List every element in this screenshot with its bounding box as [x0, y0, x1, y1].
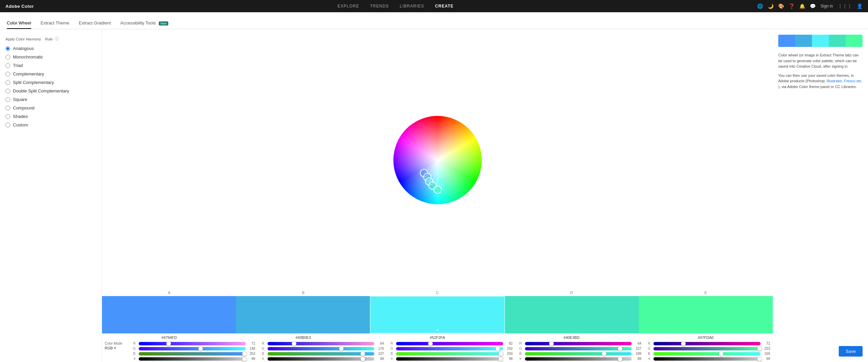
slider-value-4-R: 71 [763, 342, 770, 345]
slider-row-4-G: G253 [647, 347, 770, 350]
channel-label-2-B: B [389, 352, 394, 356]
slider-track-4-B[interactable] [653, 352, 761, 356]
channel-label-1-R: R [261, 342, 266, 345]
info-icon[interactable]: ⓘ [55, 36, 59, 42]
slider-track-3-R[interactable] [525, 342, 632, 345]
slider-col-3: R64G227B189☀89 [515, 342, 644, 362]
slider-value-0-B: 253 [248, 352, 255, 356]
slider-thumb-2-G [495, 346, 500, 351]
slider-track-3-G[interactable] [525, 347, 632, 350]
slider-track-2-G[interactable] [396, 347, 503, 350]
slider-track-1-R[interactable] [268, 342, 375, 345]
grid-icon[interactable]: ⋮⋮⋮ [838, 3, 852, 9]
color-mode-area: Color Mode RGB ▼ [102, 342, 129, 350]
swatch-label-b: B [236, 291, 371, 296]
slider-track-1-brightness[interactable] [268, 357, 375, 361]
conic-wheel[interactable] [393, 116, 482, 204]
slider-thumb-1-B [360, 351, 365, 356]
slider-track-0-R[interactable] [139, 342, 246, 345]
swatch-e[interactable] [639, 296, 773, 333]
hex-label-c[interactable]: #52F2FA [370, 333, 505, 342]
slider-track-4-brightness[interactable] [653, 357, 761, 361]
slider-track-0-brightness[interactable] [139, 357, 246, 361]
slider-track-2-R[interactable] [396, 342, 503, 345]
chevron-down-icon[interactable]: ▼ [114, 346, 117, 350]
slider-track-0-B[interactable] [139, 352, 246, 356]
harmony-analogous[interactable]: Analogous [5, 46, 96, 51]
tabs-bar: Color Wheel Extract Theme Extract Gradie… [0, 12, 868, 29]
color-wheel[interactable] [393, 116, 482, 204]
swatch-c[interactable] [370, 296, 505, 333]
harmony-complementary[interactable]: Complementary [5, 71, 96, 76]
tab-extract-theme[interactable]: Extract Theme [41, 20, 69, 29]
notification-icon[interactable]: 🔔 [799, 3, 805, 9]
harmony-shades[interactable]: Shades [5, 114, 96, 119]
slider-track-4-G[interactable] [653, 347, 761, 350]
slider-thumb-4-G [757, 346, 762, 351]
slider-value-4-B: 160 [763, 352, 770, 356]
slider-track-0-G[interactable] [139, 347, 246, 350]
nav-libraries[interactable]: LIBRARIES [400, 4, 424, 8]
hex-label-d[interactable]: #40E3BD [505, 333, 639, 342]
channel-label-4-R: R [647, 342, 651, 345]
channel-label-3-R: R [518, 342, 523, 345]
channel-label-3-G: G [518, 347, 523, 350]
slider-thumb-0-B [242, 351, 247, 356]
tab-color-wheel[interactable]: Color Wheel [7, 20, 31, 29]
nav-trends[interactable]: TRENDS [370, 4, 389, 8]
slider-track-4-R[interactable] [653, 342, 761, 345]
swatch-label-c: C [370, 291, 505, 296]
channel-label-0-G: G [132, 347, 137, 350]
right-panel: Color wheel (or image in Extract Theme t… [773, 29, 868, 362]
palette-preview-swatch-3 [812, 35, 829, 47]
moon-icon[interactable]: 🌙 [768, 3, 773, 9]
slider-value-3-R: 64 [634, 342, 641, 345]
harmony-custom[interactable]: Custom [5, 122, 96, 127]
nav-explore[interactable]: EXPLORE [338, 4, 359, 8]
slider-track-3-B[interactable] [525, 352, 632, 356]
slider-row-0-B: B253 [132, 352, 255, 356]
slider-track-2-B[interactable] [396, 352, 503, 356]
harmony-monochromatic[interactable]: Monochromatic [5, 54, 96, 59]
slider-track-2-brightness[interactable] [396, 357, 503, 361]
channel-label-1-B: B [261, 352, 266, 356]
slider-value-2-R: 82 [505, 342, 513, 345]
swatch-d[interactable] [505, 296, 639, 333]
help-icon[interactable]: ❓ [789, 3, 795, 9]
nav-links: EXPLORE TRENDS LIBRARIES CREATE [338, 4, 454, 8]
swatch-b[interactable] [236, 296, 370, 333]
slider-col-4: R71G253B160☀99 [644, 342, 773, 362]
slider-track-3-brightness[interactable] [525, 357, 632, 361]
channel-label-4-G: G [647, 347, 651, 350]
harmony-triad[interactable]: Triad [5, 63, 96, 68]
color-mode-select-wrapper[interactable]: RGB ▼ [105, 346, 126, 350]
harmony-split-complementary[interactable]: Split Complementary [5, 80, 96, 85]
slider-value-3-brightness: 89 [634, 357, 641, 361]
harmony-double-split[interactable]: Double Split Complementary [5, 88, 96, 93]
slider-thumb-1-G [339, 346, 344, 351]
slider-track-1-G[interactable] [268, 347, 375, 350]
swatch-a[interactable] [102, 296, 236, 333]
slider-thumb-2-R [428, 341, 433, 346]
slider-thumb-3-G [618, 346, 623, 351]
tab-extract-gradient[interactable]: Extract Gradient [79, 20, 111, 29]
signin-button[interactable]: Sign in [820, 4, 833, 8]
hex-label-a[interactable]: #4794FD [102, 333, 236, 342]
save-button[interactable]: Save [839, 346, 863, 357]
tab-accessibility-tools[interactable]: Accessibility Tools New [120, 20, 168, 29]
harmony-compound[interactable]: Compound [5, 105, 96, 110]
hex-label-b[interactable]: #40B0E3 [236, 333, 371, 342]
illustrator-link[interactable]: Illustrator, Fresco etc. [827, 79, 862, 83]
slider-row-0-brightness: ☀99 [132, 357, 255, 361]
main-layout: Apply Color Harmony Rule ⓘ Analogous Mon… [0, 29, 868, 362]
slider-row-4-B: B160 [647, 352, 770, 356]
slider-track-1-B[interactable] [268, 352, 375, 356]
nav-create[interactable]: CREATE [435, 4, 454, 8]
harmony-square[interactable]: Square [5, 97, 96, 102]
hex-label-e[interactable]: #47FDA0 [639, 333, 773, 342]
avatar[interactable]: 👤 [857, 3, 863, 9]
slider-row-3-R: R64 [518, 342, 642, 345]
color-icon[interactable]: 🎨 [778, 3, 784, 9]
chat-icon[interactable]: 💬 [810, 3, 816, 9]
global-icon[interactable]: 🌐 [757, 3, 763, 9]
